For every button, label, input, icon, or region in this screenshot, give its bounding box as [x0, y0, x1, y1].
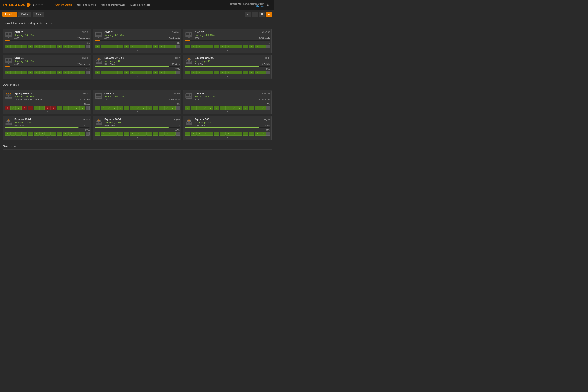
check-ok: ✓: [214, 71, 219, 74]
machine-card-1-4[interactable]: Equator 300-2 EQ 04 Measuring - 41s Blis…: [93, 116, 182, 140]
check-ok: ✓: [74, 71, 80, 74]
check-ok: ✓: [158, 132, 164, 136]
check-ok: ✓: [153, 45, 158, 48]
card-name: CNC-01: [14, 30, 24, 34]
expand-row[interactable]: ▾: [4, 110, 90, 113]
check-dots[interactable]: ···: [266, 45, 270, 48]
check-row: ✓✓✓✓✓✓✓✓✓✓✓✓✓✓···: [185, 71, 270, 74]
check-ok: ✓: [185, 132, 190, 136]
check-dots[interactable]: ···: [86, 132, 90, 136]
progress-bar-fill: [4, 40, 10, 41]
card-info: CNC-04 CNC 04 Running - 06h 23m 8000 17s…: [14, 56, 90, 65]
check-ok: ✓: [118, 106, 124, 110]
svg-rect-41: [96, 97, 101, 98]
check-ok: ✓: [10, 71, 16, 74]
expand-row[interactable]: ▾: [185, 110, 270, 113]
machine-card-1-1[interactable]: CNC-05 CNC 05 Running - 06h 23m 8000 17s…: [93, 90, 182, 114]
machine-card-1-3[interactable]: Equator 300-1 EQ 03 Measuring - 41s Blis…: [3, 116, 91, 140]
check-row: ✓✓✓✓✓✓✓✓✓✓✓✓✓✓···: [185, 132, 270, 136]
tab-job-performance[interactable]: Job Performance: [77, 2, 96, 8]
progress-bar-bg: [185, 102, 270, 102]
card-status: Measuring - 41s: [104, 121, 180, 124]
machine-card-0-2[interactable]: CNC-02 CNC 02 Running - 06h 23m 8000 17s…: [183, 29, 272, 53]
machine-card-0-4[interactable]: Equator CNC-01 EQ 02 Measuring - 41s Bli…: [93, 55, 182, 79]
settings-icon[interactable]: ⚙: [266, 2, 271, 7]
card-metric2: 17s/04m 44s: [77, 63, 90, 65]
check-ok: ✓: [100, 71, 106, 74]
machine-card-1-5[interactable]: Equator 500 EQ 05 Measuring - 41s Blisk …: [183, 116, 272, 140]
check-ok: ✓: [112, 71, 118, 74]
grid-view-button[interactable]: ⊞: [266, 12, 272, 17]
check-dots[interactable]: ···: [176, 106, 180, 110]
svg-point-63: [188, 119, 190, 121]
tab-current-status[interactable]: Current Status: [56, 2, 72, 8]
expand-row[interactable]: ▾: [4, 49, 90, 51]
expand-row[interactable]: ▾: [4, 75, 90, 77]
check-ok: ✓: [28, 45, 33, 48]
expand-row[interactable]: ▾: [4, 136, 90, 138]
machine-card-0-0[interactable]: CNC-01 CNC 01 Running - 06h 23m 8000 17s…: [3, 29, 91, 53]
expand-row[interactable]: ▾: [185, 136, 270, 138]
check-dots[interactable]: ···: [86, 45, 90, 48]
check-ok: ✓: [40, 132, 45, 136]
card-name-row: Equator CNC-01 EQ 02: [104, 56, 180, 60]
card-percent: 6%: [95, 103, 180, 106]
progress-bar-fill: [185, 128, 259, 128]
content-area: 1 Precision Manufacturing / Industry 4.0…: [0, 18, 274, 154]
check-ok: ✓: [62, 71, 68, 74]
check-ok: ✓: [118, 71, 124, 74]
check-ok: ✓: [220, 45, 225, 48]
check-ok: ✓: [141, 45, 146, 48]
check-dots[interactable]: ···: [86, 106, 90, 110]
machine-card-0-5[interactable]: Equator CNC-02 EQ 01 Measuring - 41s Bli…: [183, 55, 272, 79]
check-dots[interactable]: ···: [266, 132, 270, 136]
tab-machine-analysis[interactable]: Machine Analysis: [130, 2, 150, 8]
check-dots[interactable]: ···: [86, 71, 90, 74]
state-button[interactable]: State: [32, 12, 44, 17]
expand-row[interactable]: ▾: [95, 75, 180, 77]
sort-down-button[interactable]: ▾: [244, 12, 251, 17]
check-fail: ✗: [22, 106, 28, 110]
card-status: Running - 06h 34m: [14, 95, 90, 98]
check-ok: ✓: [220, 132, 225, 136]
progress-bar-fill: [4, 128, 78, 128]
check-ok: ✓: [147, 106, 152, 110]
device-button[interactable]: Device: [18, 12, 31, 17]
card-status: Running - 06h 23m: [195, 34, 270, 37]
check-dots[interactable]: ···: [176, 71, 180, 74]
check-dots[interactable]: ···: [176, 132, 180, 136]
expand-row[interactable]: ▾: [95, 49, 180, 51]
location-button[interactable]: Location: [2, 12, 17, 17]
svg-rect-12: [190, 33, 192, 35]
check-dots[interactable]: ···: [176, 45, 180, 48]
check-dots[interactable]: ···: [266, 71, 270, 74]
machine-card-1-0[interactable]: Agility - REVO CMM 01 Running - 06h 34m …: [3, 90, 91, 114]
machine-card-1-2[interactable]: CNC-06 CNC 06 Running - 06h 23m 8000 17s…: [183, 90, 272, 114]
expand-row[interactable]: ▾: [95, 110, 180, 113]
card-header: CNC-06 CNC 06 Running - 06h 23m 8000 17s…: [185, 92, 270, 101]
expand-row[interactable]: ▾: [185, 75, 270, 77]
progress-bar-bg: [4, 66, 90, 67]
progress-bar-bg: [4, 102, 90, 102]
check-ok: ✓: [135, 45, 141, 48]
sort-up-button[interactable]: ▴: [252, 12, 258, 17]
expand-row[interactable]: ▾: [185, 49, 270, 51]
sign-out-link[interactable]: Sign out: [230, 5, 264, 7]
check-ok: ✓: [208, 106, 214, 110]
check-dots[interactable]: ···: [266, 106, 270, 110]
list-view-button[interactable]: ☰: [259, 12, 265, 17]
toolbar-view-controls: ▾ ▴ ☰ ⊞: [244, 12, 272, 17]
machine-card-0-1[interactable]: CNC-01 CNC 01 Running - 06h 23m 8000 17s…: [93, 29, 182, 53]
check-ok: ✓: [124, 132, 129, 136]
progress-bar-bg: [95, 40, 180, 41]
tab-machine-performance[interactable]: Machine Performance: [101, 2, 126, 8]
card-metrics: 8000 17s/04m 44s: [104, 98, 180, 101]
card-grid-0: CNC-01 CNC 01 Running - 06h 23m 8000 17s…: [3, 29, 272, 79]
card-info: Equator 300-1 EQ 03 Measuring - 41s Blis…: [14, 118, 90, 126]
progress-bar-bg: [4, 40, 90, 41]
expand-row[interactable]: ▾: [95, 136, 180, 138]
check-ok: ✓: [57, 45, 62, 48]
card-metric1: Surface_Finish_Measurement: [14, 98, 43, 101]
machine-card-0-3[interactable]: CNC-04 CNC 04 Running - 06h 23m 8000 17s…: [3, 55, 91, 79]
card-name: CNC-06: [195, 92, 204, 95]
